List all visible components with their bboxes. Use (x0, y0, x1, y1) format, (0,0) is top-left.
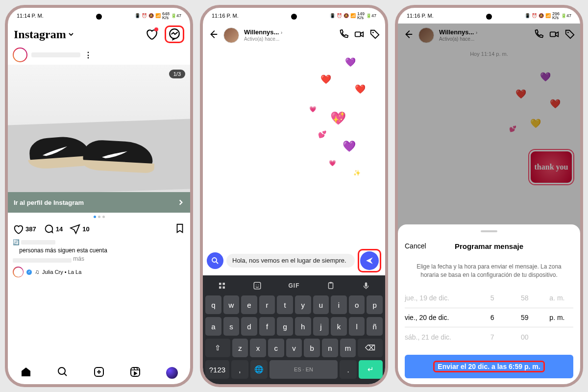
key-d[interactable]: d (241, 317, 257, 336)
carousel-dots (8, 213, 190, 221)
instagram-header: Instagram (8, 24, 190, 45)
gif-button[interactable]: GIF (288, 282, 299, 289)
key-j[interactable]: j (313, 317, 329, 336)
sheet-handle[interactable] (481, 230, 497, 232)
key-s[interactable]: s (223, 317, 240, 336)
nav-create[interactable] (93, 366, 105, 380)
chat-header: Willennys... › Activo(a) hace... (203, 24, 385, 47)
key-i[interactable]: i (331, 295, 347, 314)
post-menu-button[interactable]: ⋮ (84, 50, 92, 60)
sticker-icon[interactable] (253, 281, 262, 290)
key-x[interactable]: x (250, 339, 266, 357)
key-period[interactable]: . (340, 360, 357, 379)
svg-rect-4 (355, 32, 361, 36)
shoe-right (80, 135, 155, 173)
clock: 11:16 P. M. (407, 13, 434, 19)
post-actions: 387 14 10 (8, 221, 190, 237)
reels-icon (129, 366, 141, 378)
key-p[interactable]: p (367, 295, 383, 314)
back-button[interactable] (208, 29, 219, 42)
picker-row-prev[interactable]: jue., 19 de dic. 5 58 a. m. (405, 288, 573, 308)
key-o[interactable]: o (349, 295, 365, 314)
mic-icon[interactable] (362, 281, 370, 290)
clock: 11:16 P. M. (212, 13, 239, 19)
chat-avatar[interactable] (223, 27, 239, 43)
nav-search[interactable] (57, 366, 69, 380)
key-comma[interactable]: , (231, 360, 248, 379)
share-button[interactable]: 10 (70, 224, 89, 235)
save-button[interactable] (174, 223, 185, 235)
key-ñ[interactable]: ñ (367, 317, 383, 336)
swoosh-icon (100, 149, 128, 161)
activity-button[interactable] (145, 28, 158, 41)
like-button[interactable]: 387 (13, 224, 36, 235)
audio-call-button[interactable] (338, 29, 349, 42)
grid-icon[interactable] (218, 281, 226, 290)
key-m[interactable]: m (340, 339, 356, 357)
camera-notch (96, 14, 102, 20)
keyboard[interactable]: GIF qwertyuiop asdfghjklñ ⇧zxcvbnm⌫ ?123… (203, 275, 385, 384)
svg-rect-8 (223, 283, 225, 285)
key-n[interactable]: n (322, 339, 338, 357)
nav-profile[interactable] (166, 367, 178, 379)
sheet-description: Elige la fecha y la hora para enviar el … (405, 256, 573, 288)
key-f[interactable]: f (259, 317, 275, 336)
music-avatar (13, 267, 24, 277)
key-shift[interactable]: ⇧ (205, 339, 230, 357)
key-v[interactable]: v (286, 339, 302, 357)
key-t[interactable]: t (277, 295, 293, 314)
key-c[interactable]: c (268, 339, 284, 357)
chat-title[interactable]: Willennys... › Activo(a) hace... (244, 29, 333, 41)
send-button[interactable] (360, 251, 379, 270)
key-enter[interactable]: ↵ (359, 360, 383, 379)
key-w[interactable]: w (223, 295, 240, 314)
key-e[interactable]: e (241, 295, 257, 314)
schedule-send-button[interactable]: Enviar el 20 dic. a las 6:59 p. m. (405, 355, 573, 378)
video-call-button[interactable] (354, 29, 365, 42)
key-l[interactable]: l (349, 317, 365, 336)
picker-row-next[interactable]: sáb., 21 de dic. 7 00 (405, 327, 573, 347)
key-b[interactable]: b (304, 339, 320, 357)
cancel-button[interactable]: Cancel (405, 242, 426, 250)
post-username-redacted (31, 52, 80, 57)
post-header[interactable]: ⋮ (8, 45, 190, 65)
message-input[interactable]: Hola, nos vemos en el lugar de siempre. (226, 254, 355, 268)
key-k[interactable]: k (331, 317, 347, 336)
status-icons: 📳⏰🔕📶 296K/s 🔋47 (525, 12, 571, 20)
key-symbols[interactable]: ?123 (205, 360, 229, 379)
key-y[interactable]: y (295, 295, 311, 314)
nav-reels[interactable] (129, 366, 141, 380)
key-a[interactable]: a (205, 317, 221, 336)
key-u[interactable]: u (313, 295, 329, 314)
search-icon (57, 366, 69, 378)
tag-button[interactable] (369, 29, 380, 42)
post-avatar[interactable] (13, 48, 27, 62)
nav-home[interactable] (20, 366, 32, 380)
key-h[interactable]: h (295, 317, 311, 336)
direct-messages-button[interactable] (168, 28, 181, 41)
camera-notch (291, 14, 297, 20)
more-link[interactable]: más (73, 255, 84, 262)
comment-button[interactable]: 14 (43, 224, 63, 235)
music-attribution[interactable]: ✓ ♫ Julia Cry • La La (8, 264, 190, 280)
key-q[interactable]: q (205, 295, 221, 314)
post-image-carousel[interactable]: 1/3 (8, 65, 190, 192)
bookmark-icon (174, 223, 185, 234)
chat-messages[interactable]: 💜 ❤️ ❤️ 💗 💖 💕 💜 💗 ✨ (203, 47, 385, 246)
profile-cta-banner[interactable]: Ir al perfil de Instagram (8, 192, 190, 213)
key-lang[interactable]: 🌐 (250, 360, 268, 379)
verified-badge-icon: ✓ (26, 270, 32, 275)
svg-point-13 (258, 285, 259, 286)
datetime-picker[interactable]: jue., 19 de dic. 5 58 a. m. vie., 20 de … (405, 288, 573, 347)
picker-row-selected[interactable]: vie., 20 de dic. 6 59 p. m. (405, 308, 573, 327)
key-z[interactable]: z (232, 339, 248, 357)
clipboard-icon[interactable] (326, 281, 335, 290)
cta-label: Ir al perfil de Instagram (14, 199, 84, 206)
key-space[interactable]: ES · EN (270, 360, 338, 379)
key-backspace[interactable]: ⌫ (358, 339, 383, 357)
key-g[interactable]: g (277, 317, 293, 336)
instagram-logo[interactable]: Instagram (14, 28, 74, 41)
phone-2-chat-compose: 11:16 P. M. 📳⏰🔕📶 149K/s 🔋47 Willennys...… (200, 5, 388, 387)
key-r[interactable]: r (259, 295, 275, 314)
search-button[interactable] (207, 252, 223, 269)
